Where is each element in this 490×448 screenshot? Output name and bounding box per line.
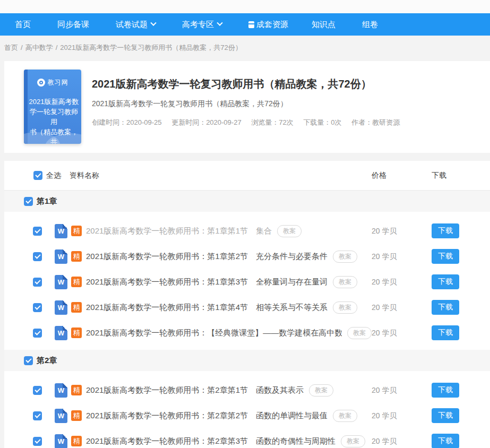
- download-button[interactable]: 下载: [432, 408, 459, 423]
- word-file-icon: W: [55, 275, 67, 289]
- resource-title-link[interactable]: 2021版新高考数学一轮教师用书：第2章第1节 函数及其表示: [86, 385, 304, 395]
- premium-badge: 精: [71, 251, 82, 262]
- chapter-section-header: 第1章: [4, 191, 490, 212]
- chapter-title: 第1章: [37, 196, 57, 206]
- list-header: 全选 资料名称 价格 下载: [4, 161, 490, 191]
- cover-title-line: 2021版新高考数: [29, 97, 79, 107]
- word-file-icon-letter: W: [58, 227, 64, 235]
- word-file-icon: W: [55, 383, 67, 398]
- price-value: 20 学贝: [372, 386, 397, 394]
- page-title: 2021版新高考数学一轮复习教师用书（精品教案，共72份）: [92, 77, 408, 91]
- nav-item-zujuan[interactable]: 组卷: [362, 20, 378, 30]
- author: 作者：教研资源: [351, 118, 400, 126]
- cover-logo: 教习网: [24, 78, 81, 87]
- resource-title-link[interactable]: 2021版新高考数学一轮教师用书：【经典微课堂】——数学建模在高中数学...: [86, 328, 342, 338]
- download-button[interactable]: 下载: [432, 300, 459, 315]
- download-button[interactable]: 下载: [432, 223, 459, 238]
- download-button[interactable]: 下载: [432, 249, 459, 264]
- nav-item-gaokao[interactable]: 高考专区: [182, 20, 222, 30]
- lesson-plan-tag: 教案: [333, 251, 357, 263]
- resource-info: 2021版新高考数学一轮复习教师用书（精品教案，共72份） 2021版新高考数学…: [81, 61, 408, 153]
- nav-label: 成套资源: [256, 20, 288, 30]
- word-file-icon-letter: W: [58, 412, 64, 420]
- row-checkbox[interactable]: [33, 386, 42, 395]
- resource-row: W 精 2021版新高考数学一轮教师用书：第1章第1节 集合 教案 20 学贝 …: [4, 218, 490, 244]
- chapter-checkbox[interactable]: [24, 197, 33, 206]
- package-icon: [248, 21, 254, 28]
- lesson-plan-tag: 教案: [347, 327, 372, 339]
- price-value: 20 学贝: [372, 303, 397, 312]
- nav-label: 同步备课: [57, 20, 89, 30]
- nav-label: 组卷: [362, 20, 378, 30]
- resource-row: W 精 2021版新高考数学一轮教师用书：【经典微课堂】——数学建模在高中数学.…: [4, 320, 490, 346]
- created-time: 创建时间：2020-09-25: [92, 118, 162, 126]
- row-checkbox[interactable]: [33, 411, 42, 420]
- word-file-icon-letter: W: [58, 304, 64, 312]
- lesson-plan-tag: 教案: [341, 435, 365, 447]
- row-checkbox[interactable]: [33, 303, 42, 312]
- brand-rabbit-icon: [37, 79, 45, 87]
- resource-row: W 精 2021版新高考数学一轮教师用书：第1章第4节 相等关系与不等关系 教案…: [4, 295, 490, 320]
- select-all-label: 全选: [46, 171, 61, 180]
- top-strip: [0, 0, 490, 13]
- price-value: 20 学贝: [372, 411, 397, 420]
- premium-badge: 精: [71, 226, 82, 236]
- updated-time: 更新时间：2020-09-27: [171, 118, 242, 126]
- word-file-icon-letter: W: [58, 253, 64, 261]
- word-file-icon: W: [55, 326, 67, 340]
- breadcrumb-subject-link[interactable]: 高中数学: [25, 44, 53, 51]
- word-file-icon: W: [55, 249, 67, 264]
- lesson-plan-tag: 教案: [333, 301, 357, 314]
- resource-title-link[interactable]: 2021版新高考数学一轮教师用书：第2章第2节 函数的单调性与最值: [86, 411, 328, 421]
- premium-badge: 精: [71, 277, 82, 287]
- row-checkbox[interactable]: [33, 227, 42, 236]
- resource-title-link[interactable]: 2021版新高考数学一轮教师用书：第2章第3节 函数的奇偶性与周期性: [86, 436, 336, 446]
- chapter-title: 第2章: [37, 356, 57, 366]
- word-file-icon: W: [55, 300, 67, 315]
- resource-row: W 精 2021版新高考数学一轮教师用书：第1章第2节 充分条件与必要条件 教案…: [4, 244, 490, 269]
- download-button[interactable]: 下载: [432, 383, 459, 398]
- resource-title-link[interactable]: 2021版新高考数学一轮教师用书：第1章第4节 相等关系与不等关系: [86, 303, 328, 313]
- premium-badge: 精: [71, 302, 82, 313]
- word-file-icon: W: [55, 434, 67, 448]
- premium-badge: 精: [71, 436, 82, 446]
- word-file-icon-letter: W: [58, 437, 64, 445]
- price-value: 20 学贝: [372, 252, 397, 261]
- select-all-checkbox[interactable]: [33, 171, 42, 180]
- row-checkbox[interactable]: [33, 252, 42, 261]
- nav-item-chengtao[interactable]: 成套资源: [248, 20, 288, 30]
- book-cover-thumbnail: 教习网 2021版新高考数 学一轮复习教师用 书（精品教案，共: [24, 70, 81, 144]
- premium-badge: 精: [71, 385, 82, 395]
- lesson-plan-tag: 教案: [309, 384, 333, 397]
- main-navbar: 首页 同步备课 试卷试题 高考专区 成套资源 知识点 组卷: [0, 13, 490, 36]
- lesson-plan-tag: 教案: [277, 225, 302, 237]
- column-header-name: 资料名称: [70, 171, 99, 180]
- nav-item-shijuan[interactable]: 试卷试题: [116, 20, 156, 30]
- brand-name: 教习网: [48, 78, 68, 87]
- nav-label: 高考专区: [182, 20, 214, 30]
- resource-list-card: 全选 资料名称 价格 下载 第1章 W 精 2021版新高考数学一轮教师用书：第…: [4, 161, 490, 448]
- resource-row: W 精 2021版新高考数学一轮教师用书：第2章第3节 函数的奇偶性与周期性 教…: [4, 428, 490, 448]
- price-value: 20 学贝: [372, 278, 397, 286]
- cover-title-line: 学一轮复习教师用: [29, 107, 79, 127]
- rows-group: W 精 2021版新高考数学一轮教师用书：第2章第1节 函数及其表示 教案 20…: [4, 371, 490, 448]
- list-body: 第1章 W 精 2021版新高考数学一轮教师用书：第1章第1节 集合 教案 20…: [4, 191, 490, 448]
- download-button[interactable]: 下载: [432, 434, 459, 448]
- resource-title-link[interactable]: 2021版新高考数学一轮教师用书：第1章第1节 集合: [86, 226, 272, 236]
- nav-label: 知识点: [312, 20, 336, 30]
- column-header-price: 价格: [372, 171, 432, 180]
- breadcrumb-home-link[interactable]: 首页: [4, 44, 18, 51]
- resource-title-link[interactable]: 2021版新高考数学一轮教师用书：第1章第2节 充分条件与必要条件: [86, 252, 328, 262]
- row-checkbox[interactable]: [33, 278, 42, 287]
- download-button[interactable]: 下载: [432, 274, 459, 289]
- row-checkbox[interactable]: [33, 329, 42, 338]
- chapter-checkbox[interactable]: [24, 356, 33, 365]
- nav-item-home[interactable]: 首页: [15, 20, 31, 30]
- nav-label: 首页: [15, 20, 31, 30]
- nav-item-zhishidian[interactable]: 知识点: [312, 20, 336, 30]
- rows-group: W 精 2021版新高考数学一轮教师用书：第1章第1节 集合 教案 20 学贝 …: [4, 212, 490, 350]
- download-button[interactable]: 下载: [432, 325, 459, 340]
- row-checkbox[interactable]: [33, 437, 42, 446]
- resource-title-link[interactable]: 2021版新高考数学一轮教师用书：第1章第3节 全称量词与存在量词: [86, 277, 328, 287]
- nav-item-tongbubeike[interactable]: 同步备课: [57, 20, 89, 30]
